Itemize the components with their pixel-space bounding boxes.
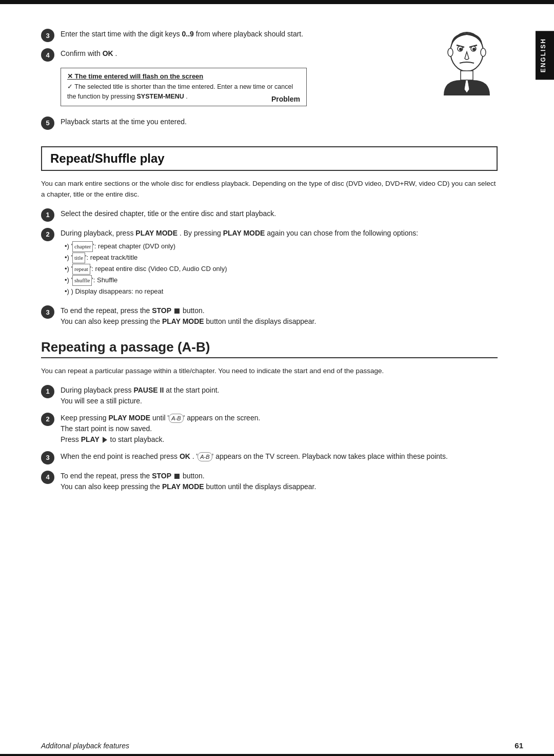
rs-sub-bullets: 'chapter': repeat chapter (DVD only) 'ti… (65, 241, 498, 297)
ab-step-2-circle: 2 (41, 413, 54, 426)
rs-step-2-content: During playback, press PLAY MODE . By pr… (61, 228, 498, 299)
step-5-row: 5 Playback starts at the time you entere… (41, 117, 498, 130)
ab-icon-2: A-B (197, 452, 212, 462)
ab-step-1-row: 1 During playback press PAUSE II at the … (41, 385, 498, 406)
ab-step-4-circle: 4 (41, 471, 54, 484)
play-icon (103, 437, 107, 443)
rs-step-3-content: To end the repeat, press the STOP button… (61, 305, 498, 327)
bullet-no-repeat: ) Display disappears: no repeat (65, 286, 498, 297)
step-3-content: Enter the start time with the digit keys… (61, 29, 431, 40)
repeating-ab-intro: You can repeat a particular passage with… (41, 365, 498, 377)
top-section: 3 Enter the start time with the digit ke… (41, 29, 498, 111)
bullet-chapter: 'chapter': repeat chapter (DVD only) (65, 241, 498, 252)
bullet-title: 'title': repeat track/title (65, 252, 498, 263)
svg-rect-9 (461, 71, 473, 80)
bullet-shuffle: 'shuffle': Shuffle (65, 275, 498, 286)
rs-step-2-row: 2 During playback, press PLAY MODE . By … (41, 228, 498, 299)
character-illustration (441, 29, 498, 95)
svg-point-7 (448, 48, 453, 56)
stop-icon-2 (174, 474, 180, 479)
step-5-content: Playback starts at the time you entered. (61, 117, 498, 127)
step-5-circle: 5 (41, 117, 54, 130)
problem-label: Problem (271, 94, 300, 105)
rs-step-1-circle: 1 (41, 208, 54, 222)
character-svg (441, 29, 492, 95)
rs-step-1-row: 1 Select the desired chapter, title or t… (41, 208, 498, 222)
step-3-row: 3 Enter the start time with the digit ke… (41, 29, 431, 42)
top-steps: 3 Enter the start time with the digit ke… (41, 29, 431, 111)
bullet-repeat: 'repeat': repeat entire disc (Video CD, … (65, 263, 498, 275)
rs-step-1-content: Select the desired chapter, title or the… (61, 208, 498, 219)
repeat-shuffle-heading: Repeat/Shuffle play (41, 146, 498, 171)
ab-step-4-row: 4 To end the repeat, press the STOP butt… (41, 471, 498, 492)
step-3-circle: 3 (41, 29, 54, 42)
stop-icon (174, 308, 180, 314)
warning-title: ✕ The time entered will flash on the scr… (67, 72, 300, 80)
ab-step-2-content: Keep pressing PLAY MODE until 'A-B' appe… (61, 413, 498, 445)
repeat-shuffle-intro: You can mark entire sections or the whol… (41, 178, 498, 200)
step-4-row: 4 Confirm with OK . (41, 48, 431, 62)
top-bar (0, 0, 554, 4)
ab-step-1-circle: 1 (41, 385, 54, 398)
sidebar-english-tab: ENGLISH (536, 31, 554, 80)
svg-point-8 (481, 48, 486, 56)
step-4-content: Confirm with OK . (61, 48, 431, 59)
warning-content: ✓ The selected title is shorter than the… (67, 82, 300, 102)
main-content: 3 Enter the start time with the digit ke… (41, 4, 523, 492)
footer-page-number: 61 (515, 741, 523, 750)
page: ENGLISH 3 Enter the start time with the … (0, 0, 554, 756)
svg-point-5 (459, 48, 462, 51)
footer: Additonal playback features 61 (41, 741, 523, 750)
ab-icon-1: A-B (169, 414, 183, 423)
ab-step-3-circle: 3 (41, 451, 54, 464)
ab-step-3-content: When the end point is reached press OK .… (61, 451, 498, 462)
ab-step-1-content: During playback press PAUSE II at the st… (61, 385, 498, 406)
rs-step-2-circle: 2 (41, 228, 54, 241)
repeating-ab-heading: Repeating a passage (A-B) (41, 339, 498, 358)
bottom-bar (0, 754, 554, 756)
step-4-circle: 4 (41, 48, 54, 62)
ab-step-4-content: To end the repeat, press the STOP button… (61, 471, 498, 492)
svg-point-6 (472, 48, 476, 51)
ab-step-2-row: 2 Keep pressing PLAY MODE until 'A-B' ap… (41, 413, 498, 445)
rs-step-3-row: 3 To end the repeat, press the STOP butt… (41, 305, 498, 327)
ab-step-3-row: 3 When the end point is reached press OK… (41, 451, 498, 464)
rs-step-3-circle: 3 (41, 305, 54, 319)
footer-left-text: Additonal playback features (41, 742, 129, 750)
warning-box: ✕ The time entered will flash on the scr… (61, 68, 307, 106)
